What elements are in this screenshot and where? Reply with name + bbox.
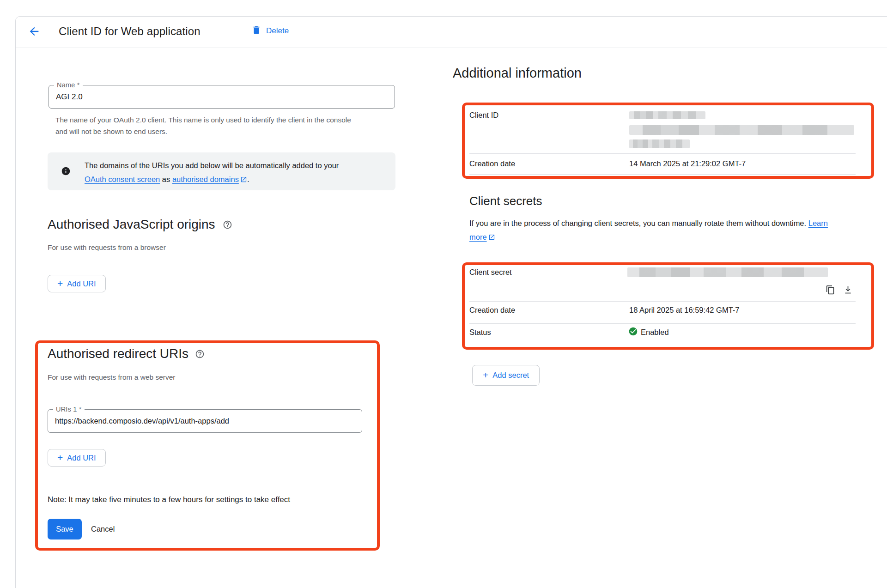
info-banner: The domains of the URIs you add below wi… <box>48 152 395 190</box>
add-secret-button[interactable]: + Add secret <box>472 365 540 386</box>
status-cell: Enabled <box>628 327 669 338</box>
client-id-creation-date-label: Creation date <box>469 159 515 168</box>
oauth-consent-screen-link[interactable]: OAuth consent screen <box>85 175 160 183</box>
additional-info-heading: Additional information <box>453 66 582 81</box>
client-id-divider <box>469 153 856 154</box>
client-secret-label: Client secret <box>469 268 512 277</box>
delete-label: Delete <box>266 26 289 36</box>
back-arrow-icon <box>28 25 41 40</box>
client-secret-redacted <box>627 267 828 277</box>
name-field-label: Name * <box>54 81 83 89</box>
external-link-icon <box>240 173 247 187</box>
banner-text-middle: as <box>160 175 172 183</box>
download-icon <box>843 285 853 297</box>
js-origins-subtext: For use with requests from a browser <box>48 243 166 252</box>
page-title: Client ID for Web application <box>59 25 200 38</box>
trash-icon <box>251 25 261 37</box>
add-secret-label: Add secret <box>492 371 529 380</box>
copy-icon <box>826 285 835 297</box>
client-id-creation-date-value: 14 March 2025 at 21:29:02 GMT-7 <box>629 159 746 168</box>
name-field[interactable]: Name * <box>49 85 395 109</box>
client-secrets-description-text: If you are in the process of changing cl… <box>469 219 808 227</box>
banner-text-before: The domains of the URIs you add below wi… <box>85 161 339 170</box>
add-uri-label: Add URI <box>67 279 96 288</box>
client-id-redacted-line-2 <box>629 125 854 135</box>
js-origins-heading: Authorised JavaScript origins <box>48 217 215 232</box>
client-id-bottom-divider <box>469 174 856 175</box>
redirect-uris-heading: Authorised redirect URIs <box>48 346 188 361</box>
client-secret-divider-2 <box>469 323 856 324</box>
uri-input[interactable] <box>48 410 362 432</box>
name-input[interactable] <box>49 85 395 108</box>
client-id-label: Client ID <box>469 111 498 120</box>
authorised-domains-link[interactable]: authorised domains <box>172 175 239 183</box>
uri-field-label: URIs 1 * <box>53 406 85 413</box>
client-id-redacted-line-3 <box>629 139 690 148</box>
back-button[interactable] <box>27 25 42 40</box>
secret-creation-date-label: Creation date <box>469 306 515 315</box>
add-uri-button-js-origins[interactable]: + Add URI <box>48 275 106 292</box>
delete-button[interactable]: Delete <box>251 23 289 39</box>
info-icon <box>61 166 71 178</box>
name-helper-text: The name of your OAuth 2.0 client. This … <box>55 114 358 137</box>
download-secret-button[interactable] <box>843 285 853 296</box>
client-secret-divider-1 <box>469 301 856 302</box>
check-circle-icon <box>628 327 638 338</box>
redirect-uris-help-icon[interactable] <box>195 349 205 359</box>
cancel-button[interactable]: Cancel <box>91 519 115 540</box>
copy-secret-button[interactable] <box>825 285 835 296</box>
save-button[interactable]: Save <box>48 519 82 540</box>
add-uri-button-redirect[interactable]: + Add URI <box>48 449 106 467</box>
secret-creation-date-value: 18 April 2025 at 16:59:42 GMT-7 <box>629 306 740 315</box>
redirect-uris-subtext: For use with requests from a web server <box>48 373 176 382</box>
uri-field[interactable]: URIs 1 * <box>48 409 362 433</box>
redirect-heading-row: Authorised redirect URIs <box>48 346 205 361</box>
status-value: Enabled <box>641 328 669 337</box>
settings-note: Note: It may take five minutes to a few … <box>48 495 290 504</box>
client-secrets-description: If you are in the process of changing cl… <box>469 216 834 244</box>
js-origins-help-icon[interactable] <box>223 220 232 230</box>
banner-text-after: . <box>247 175 249 183</box>
status-label: Status <box>469 328 491 337</box>
oauth-client-page: Client ID for Web application Delete Nam… <box>0 0 887 588</box>
js-origins-heading-row: Authorised JavaScript origins <box>48 217 232 232</box>
client-id-redacted-line-1 <box>629 111 705 119</box>
plus-icon: + <box>483 370 488 380</box>
info-banner-text: The domains of the URIs you add below wi… <box>85 158 350 186</box>
add-uri-label: Add URI <box>67 454 96 462</box>
header-divider <box>16 48 887 48</box>
plus-icon: + <box>57 453 63 462</box>
plus-icon: + <box>57 279 63 288</box>
client-secrets-heading: Client secrets <box>469 194 542 208</box>
external-link-icon <box>488 231 495 245</box>
